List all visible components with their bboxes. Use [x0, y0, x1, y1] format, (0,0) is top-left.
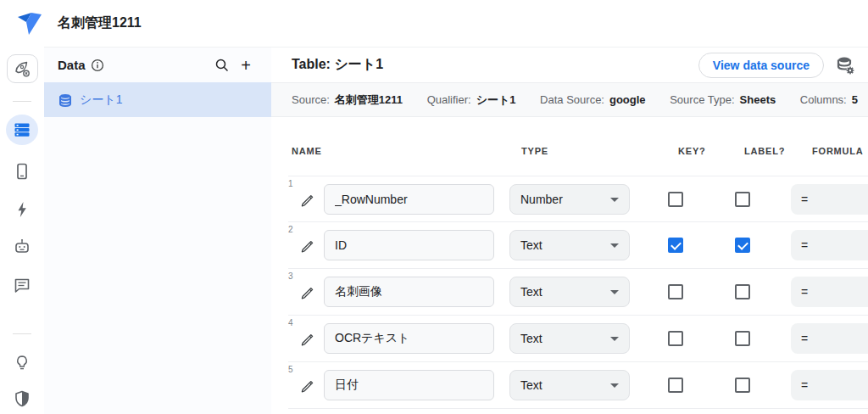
database-icon [58, 92, 73, 108]
info-data-source: Data Source:google [540, 93, 645, 106]
rocket-icon [13, 59, 31, 78]
column-type-dropdown[interactable]: Text [509, 230, 630, 260]
chevron-down-icon [610, 290, 619, 294]
row-number: 2 [288, 225, 293, 234]
table-info-bar: Source:名刺管理1211 Qualifier:シート1 Data Sour… [271, 82, 868, 117]
info-icon[interactable] [91, 59, 104, 72]
column-headers: NAME TYPE KEY? LABEL? FORMULA [271, 146, 868, 159]
sidebar-item-chat[interactable] [6, 270, 38, 300]
table-row: 3 Text = [288, 269, 868, 316]
edit-column-button[interactable] [300, 378, 315, 394]
column-name-input[interactable] [324, 370, 494, 400]
edit-column-button[interactable] [300, 332, 315, 347]
robot-icon [12, 237, 32, 257]
sidebar-item-data[interactable] [6, 115, 38, 145]
sidebar-item-app-preview[interactable] [6, 156, 38, 187]
pencil-icon [300, 332, 315, 347]
chevron-down-icon [610, 243, 619, 248]
edit-column-button[interactable] [300, 238, 315, 254]
formula-equals: = [801, 193, 808, 206]
column-type-dropdown[interactable]: Number [509, 184, 630, 215]
key-checkbox[interactable] [668, 284, 683, 299]
column-header-formula: FORMULA [812, 146, 864, 156]
label-checkbox[interactable] [735, 192, 750, 207]
launch-button[interactable] [7, 54, 38, 83]
data-source-settings-button[interactable] [832, 53, 858, 78]
chevron-down-icon [610, 383, 619, 388]
table-row: 4 Text = [288, 316, 868, 362]
table-list-item-sheet1[interactable]: シート1 [44, 82, 271, 117]
formula-field[interactable]: = [791, 323, 868, 354]
formula-equals: = [801, 238, 808, 252]
pencil-icon [300, 378, 315, 394]
info-columns: Columns:5 [800, 93, 858, 106]
formula-field[interactable]: = [791, 370, 868, 400]
column-type-value: Text [520, 238, 542, 252]
sidebar-item-ideas[interactable] [6, 348, 38, 378]
row-number: 5 [288, 365, 293, 374]
formula-field[interactable]: = [791, 277, 868, 307]
column-type-value: Text [520, 332, 542, 345]
chevron-down-icon [610, 337, 619, 341]
column-header-type: TYPE [521, 146, 548, 156]
key-checkbox[interactable] [668, 238, 683, 253]
edit-column-button[interactable] [300, 285, 315, 300]
appsheet-editor: 名刺管理1211 [0, 0, 868, 414]
formula-equals: = [801, 285, 808, 299]
column-name-input[interactable] [324, 230, 494, 260]
column-type-dropdown[interactable]: Text [509, 370, 630, 400]
plus-icon: + [241, 57, 251, 74]
chat-icon [13, 276, 31, 294]
top-bar: 名刺管理1211 [0, 0, 868, 47]
search-icon [214, 58, 230, 73]
formula-field[interactable]: = [791, 230, 868, 260]
rail-divider [13, 101, 31, 102]
formula-equals: = [801, 332, 808, 345]
key-checkbox[interactable] [668, 192, 683, 207]
column-header-label: LABEL? [744, 146, 785, 156]
phone-icon [13, 162, 31, 181]
label-checkbox[interactable] [735, 331, 750, 346]
label-checkbox[interactable] [735, 284, 750, 299]
appsheet-logo-icon [15, 10, 44, 37]
table-header-bar: Table: シート1 View data source [271, 48, 868, 82]
app-title: 名刺管理1211 [58, 14, 142, 32]
rail-divider [13, 333, 31, 334]
table-list-item-label: シート1 [80, 92, 122, 108]
row-number: 4 [288, 318, 293, 327]
column-name-input[interactable] [324, 184, 494, 215]
database-gear-icon [834, 54, 856, 76]
info-qualifier: Qualifier:シート1 [427, 92, 516, 108]
table-row: 2 Text = [288, 222, 868, 269]
key-checkbox[interactable] [668, 331, 683, 346]
shield-icon [13, 389, 31, 408]
column-type-value: Text [520, 285, 542, 299]
sidebar-item-automation[interactable] [6, 194, 38, 225]
formula-field[interactable]: = [791, 184, 868, 215]
column-name-input[interactable] [324, 277, 494, 307]
column-type-dropdown[interactable]: Text [509, 323, 630, 354]
edit-column-button[interactable] [300, 193, 315, 208]
label-checkbox[interactable] [735, 238, 750, 253]
label-checkbox[interactable] [735, 378, 750, 393]
data-panel: Data + [44, 47, 271, 414]
table-rows-icon [13, 120, 31, 139]
lightning-bolt-icon [14, 200, 31, 219]
add-table-button[interactable]: + [234, 53, 258, 77]
column-header-name: NAME [292, 146, 322, 156]
table-row: 5 Text = [288, 362, 868, 409]
row-number: 3 [288, 271, 293, 281]
key-checkbox[interactable] [668, 378, 683, 393]
left-icon-rail [0, 47, 44, 414]
column-rows: 1 Number = 2 Text = [288, 176, 868, 409]
sidebar-item-bot[interactable] [6, 232, 38, 262]
search-button[interactable] [210, 53, 234, 77]
info-source-type: Source Type:Sheets [670, 93, 776, 106]
column-type-dropdown[interactable]: Text [509, 277, 630, 307]
pencil-icon [300, 238, 315, 254]
sidebar-item-security[interactable] [6, 383, 38, 414]
view-data-source-button[interactable]: View data source [698, 53, 824, 78]
table-row: 1 Number = [288, 176, 868, 222]
column-type-value: Text [520, 378, 542, 392]
column-name-input[interactable] [324, 323, 494, 354]
